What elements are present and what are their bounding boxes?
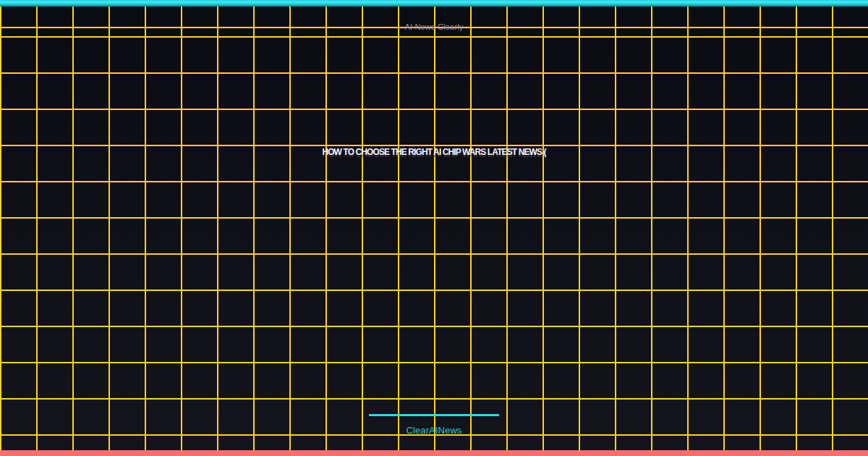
brand-name: ClearAINews xyxy=(0,425,868,436)
bottom-accent-bar xyxy=(0,450,868,456)
site-name: AI News Clearly xyxy=(0,22,868,31)
social-card: AI News Clearly HOW TO CHOOSE THE RIGHT … xyxy=(0,0,868,456)
page-title: HOW TO CHOOSE THE RIGHT AI CHIP WARS LAT… xyxy=(0,147,868,157)
grid-background xyxy=(0,7,868,450)
divider-line xyxy=(369,414,499,416)
top-accent-bar xyxy=(0,0,868,7)
